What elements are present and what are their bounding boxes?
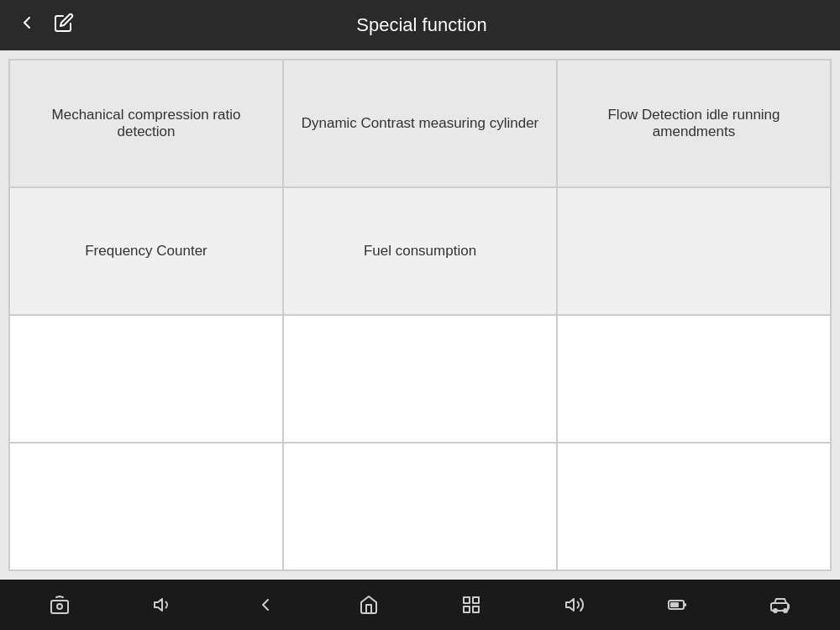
grid-cell-2[interactable]: Dynamic Contrast measuring cylinder — [283, 60, 557, 187]
battery-icon[interactable] — [660, 588, 694, 622]
edit-button[interactable] — [54, 13, 74, 38]
back-button[interactable] — [17, 13, 37, 38]
top-bar-icons — [17, 13, 74, 38]
cell-4-label: Frequency Counter — [85, 243, 207, 260]
grid-cell-8[interactable] — [283, 315, 557, 443]
grid-cell-9[interactable] — [557, 315, 831, 443]
top-bar: Special function — [0, 0, 840, 50]
volume-up-icon[interactable] — [558, 588, 591, 622]
grid-cell-7[interactable] — [9, 315, 283, 443]
svg-point-1 — [57, 604, 62, 609]
grid-cell-5[interactable]: Fuel consumption — [283, 187, 557, 315]
back-nav-icon[interactable] — [249, 588, 282, 622]
grid-cell-1[interactable]: Mechanical compression ratio detection — [9, 60, 283, 187]
svg-marker-2 — [155, 599, 162, 611]
main-content: Mechanical compression ratio detection D… — [0, 50, 840, 580]
function-grid: Mechanical compression ratio detection D… — [8, 59, 832, 571]
svg-rect-4 — [473, 597, 479, 603]
bottom-bar — [0, 580, 840, 630]
grid-cell-11[interactable] — [283, 443, 557, 570]
svg-rect-3 — [464, 597, 470, 603]
page-title: Special function — [74, 14, 769, 36]
recents-icon[interactable] — [454, 588, 488, 622]
grid-cell-12[interactable] — [557, 443, 831, 570]
cell-1-label: Mechanical compression ratio detection — [27, 107, 265, 140]
svg-rect-10 — [670, 602, 679, 607]
grid-cell-4[interactable]: Frequency Counter — [9, 187, 283, 315]
cell-5-label: Fuel consumption — [364, 243, 476, 260]
grid-cell-3[interactable]: Flow Detection idle running amendments — [557, 60, 831, 187]
camera-icon[interactable] — [43, 588, 76, 622]
svg-rect-5 — [464, 606, 470, 612]
svg-rect-0 — [51, 601, 68, 613]
grid-cell-6[interactable] — [557, 187, 831, 315]
svg-rect-6 — [473, 606, 479, 612]
volume-down-icon[interactable] — [146, 588, 180, 622]
grid-cell-10[interactable] — [9, 443, 283, 570]
home-icon[interactable] — [352, 588, 386, 622]
cell-3-label: Flow Detection idle running amendments — [575, 107, 813, 140]
svg-marker-7 — [566, 599, 574, 611]
cell-2-label: Dynamic Contrast measuring cylinder — [302, 115, 539, 132]
car-icon[interactable] — [764, 588, 797, 622]
